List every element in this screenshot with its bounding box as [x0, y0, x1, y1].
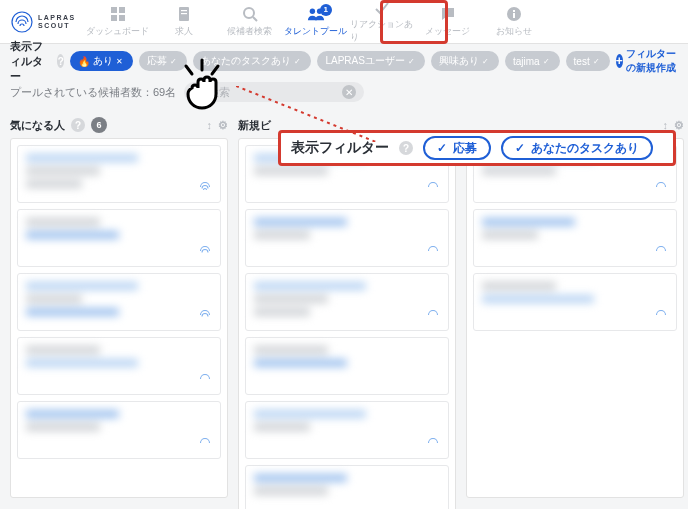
nav-dashboard[interactable]: ダッシュボード — [86, 0, 150, 44]
brand-line2: SCOUT — [38, 22, 76, 30]
pool-row: プールされている候補者数：69名 検索 ✕ — [0, 78, 688, 106]
plus-icon: + — [616, 54, 623, 68]
candidate-card[interactable] — [473, 273, 677, 331]
column-new: 新規ビ — [238, 112, 456, 509]
card-list — [10, 138, 228, 498]
fingerprint-icon — [196, 434, 214, 452]
doc-icon — [175, 5, 193, 23]
fingerprint-icon — [424, 306, 442, 324]
info-icon — [505, 5, 523, 23]
candidate-card[interactable] — [17, 145, 221, 203]
pool-count: プールされている候補者数：69名 — [10, 85, 176, 100]
nav-messages[interactable]: メッセージ — [416, 0, 480, 44]
chip-apply[interactable]: 応募✓ — [139, 51, 187, 71]
column-header: 気になる人 ? 6 ↕⚙ — [10, 112, 228, 138]
annotation-callout: 表示フィルター ? ✓応募 ✓あなたのタスクあり — [278, 130, 676, 166]
brand-logo: LAPRASSCOUT — [10, 10, 76, 34]
svg-point-0 — [12, 12, 32, 32]
svg-point-10 — [309, 9, 314, 14]
fingerprint-icon — [652, 242, 670, 260]
svg-rect-7 — [181, 13, 187, 14]
candidate-card[interactable] — [245, 337, 449, 395]
callout-title: 表示フィルター — [291, 139, 389, 157]
check-icon: ✓ — [515, 141, 525, 155]
candidate-card[interactable] — [245, 401, 449, 459]
check-icon — [373, 0, 391, 16]
fingerprint-icon — [196, 178, 214, 196]
candidate-card[interactable] — [245, 465, 449, 509]
sort-icon[interactable]: ↕ — [207, 119, 213, 132]
svg-rect-4 — [119, 15, 125, 21]
top-nav: LAPRASSCOUT ダッシュボード 求人 候補者検索 1タレントプール リア… — [0, 0, 688, 44]
nav-jobs[interactable]: 求人 — [152, 0, 216, 44]
candidate-card[interactable] — [17, 273, 221, 331]
chip-lapras-user[interactable]: LAPRASユーザー✓ — [317, 51, 424, 71]
filter-bar: 表示フィルター ? 🔥あり✕ 応募✓ あなたのタスクあり✓ LAPRASユーザー… — [0, 44, 688, 78]
nav-notifications[interactable]: お知らせ — [482, 0, 546, 44]
svg-rect-13 — [513, 13, 515, 18]
bubble-icon — [439, 5, 457, 23]
svg-rect-2 — [119, 7, 125, 13]
chip-flame[interactable]: 🔥あり✕ — [70, 51, 133, 71]
gear-icon[interactable]: ⚙ — [218, 119, 228, 132]
callout-pill-task: ✓あなたのタスクあり — [501, 136, 653, 160]
fingerprint-icon — [424, 434, 442, 452]
svg-point-15 — [194, 88, 202, 96]
svg-rect-6 — [181, 10, 187, 11]
chip-test[interactable]: test✓ — [566, 51, 610, 71]
fingerprint-icon — [196, 306, 214, 324]
chip-your-task[interactable]: あなたのタスクあり✓ — [193, 51, 311, 71]
brand-line1: LAPRAS — [38, 14, 76, 22]
candidate-card[interactable] — [473, 209, 677, 267]
svg-rect-1 — [111, 7, 117, 13]
fingerprint-icon — [652, 178, 670, 196]
svg-point-8 — [244, 8, 254, 18]
svg-line-16 — [201, 94, 204, 97]
svg-rect-3 — [111, 15, 117, 21]
column-interested: 気になる人 ? 6 ↕⚙ — [10, 112, 228, 509]
help-icon[interactable]: ? — [57, 54, 64, 68]
search-placeholder: 検索 — [208, 85, 230, 100]
card-list — [238, 138, 456, 509]
nav-reaction[interactable]: リアクションあり — [350, 0, 414, 44]
candidate-card[interactable] — [245, 209, 449, 267]
svg-rect-14 — [513, 10, 515, 12]
fingerprint-icon — [196, 370, 214, 388]
fingerprint-icon — [10, 10, 34, 34]
fingerprint-icon — [196, 242, 214, 260]
grid-icon — [109, 5, 127, 23]
gear-icon[interactable]: ⚙ — [674, 119, 684, 132]
column-count: 6 — [91, 117, 107, 133]
candidate-card[interactable] — [245, 273, 449, 331]
column-3: ↕⚙ — [466, 112, 684, 509]
callout-pill-apply: ✓応募 — [423, 136, 491, 160]
candidate-card[interactable] — [17, 337, 221, 395]
flame-icon: 🔥 — [78, 56, 90, 67]
help-icon: ? — [399, 141, 413, 155]
chip-interest[interactable]: 興味あり✓ — [431, 51, 499, 71]
help-icon[interactable]: ? — [71, 118, 85, 132]
search-input[interactable]: 検索 ✕ — [184, 82, 364, 102]
search-icon — [192, 86, 204, 98]
fingerprint-icon — [652, 306, 670, 324]
clear-search-icon[interactable]: ✕ — [342, 85, 356, 99]
check-icon: ✓ — [437, 141, 447, 155]
filter-label: 表示フィルター — [10, 39, 51, 84]
candidate-card[interactable] — [17, 209, 221, 267]
chip-tajima[interactable]: tajima✓ — [505, 51, 560, 71]
candidate-card[interactable] — [17, 401, 221, 459]
fingerprint-icon — [424, 178, 442, 196]
fingerprint-icon — [424, 242, 442, 260]
nav-badge: 1 — [320, 4, 332, 16]
card-list — [466, 138, 684, 498]
nav-search[interactable]: 候補者検索 — [218, 0, 282, 44]
nav-talentpool[interactable]: 1タレントプール — [284, 0, 348, 44]
search-icon — [241, 5, 259, 23]
svg-line-9 — [253, 17, 257, 21]
add-filter-button[interactable]: +フィルターの新規作成 — [616, 47, 678, 75]
kanban-board: 気になる人 ? 6 ↕⚙ 新規ビ ↕⚙ — [0, 106, 688, 509]
